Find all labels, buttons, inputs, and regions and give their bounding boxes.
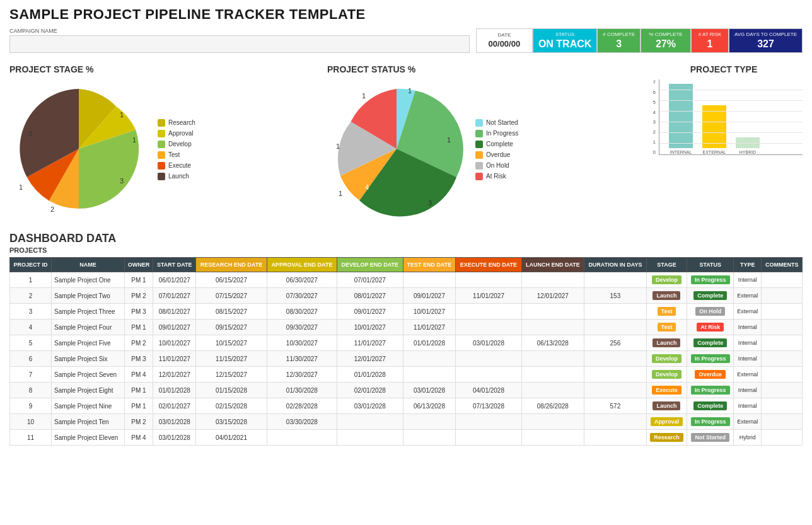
status-label-1b: 1: [339, 190, 342, 197]
td-stage: Execute: [646, 383, 687, 398]
legend-develop-dot: [158, 141, 165, 148]
table-row: 3 Sample Project Three PM 3 08/01/2027 0…: [10, 304, 803, 320]
td-stage: Approval: [646, 414, 687, 430]
legend-approval: Approval: [158, 130, 195, 137]
td-approval: 02/28/2028: [267, 398, 337, 414]
table-row: 1 Sample Project One PM 1 06/01/2027 06/…: [10, 272, 803, 288]
td-type: External: [734, 288, 762, 304]
td-start: 08/01/2027: [153, 304, 196, 320]
td-status: In Progress: [687, 272, 734, 288]
status-badge: In Progress: [691, 275, 730, 284]
stage-label-3b: 3: [28, 130, 32, 137]
status-badge: Complete: [693, 291, 727, 300]
project-stage-title: PROJECT STAGE %: [9, 64, 321, 74]
bar-internal-label: INTERNAL: [670, 150, 692, 154]
table-row: 7 Sample Project Seven PM 4 12/01/2027 1…: [10, 367, 803, 383]
td-status: At Risk: [687, 320, 734, 335]
th-name: NAME: [52, 258, 125, 272]
td-execute: [456, 367, 521, 383]
status-badge: On Hold: [695, 307, 725, 316]
td-develop: [337, 430, 403, 446]
project-stage-pie-wrapper: 1 1 3 2 1 3: [9, 79, 148, 219]
td-owner: PM 3: [124, 351, 153, 367]
td-type: External: [734, 304, 762, 320]
td-owner: PM 1: [124, 320, 153, 335]
td-approval: 06/30/2027: [267, 272, 337, 288]
campaign-label: CAMPAIGN NAME: [9, 28, 470, 34]
td-develop: 03/01/2028: [337, 398, 403, 414]
td-comments: [762, 367, 803, 383]
avg-days-label: AVG DAYS TO COMPLETE: [734, 32, 797, 37]
grid-2: [659, 132, 803, 133]
status-label: STATUS: [555, 32, 574, 37]
td-test: 09/01/2027: [403, 288, 456, 304]
legend-notstarted-dot: [475, 119, 483, 127]
td-test: [403, 351, 456, 367]
td-stage: Research: [646, 430, 687, 446]
td-test: [403, 367, 456, 383]
td-id: 9: [10, 398, 52, 414]
status-label-3: 3: [428, 199, 432, 207]
stage-badge: Launch: [652, 401, 680, 410]
td-launch: [521, 320, 584, 335]
at-risk-stat: # AT RISK 1: [691, 28, 729, 53]
td-start: 07/01/2027: [153, 288, 196, 304]
stage-badge: Launch: [652, 291, 680, 300]
td-research: 08/15/2027: [196, 304, 267, 320]
td-name: Sample Project Seven: [52, 367, 125, 383]
td-comments: [762, 335, 803, 351]
td-type: Hybrid: [734, 430, 762, 446]
td-name: Sample Project Ten: [52, 414, 125, 430]
stage-badge: Develop: [652, 370, 682, 379]
status-legend: Not Started In Progress Complete Overdue…: [475, 119, 518, 180]
legend-launch-label: Launch: [168, 173, 189, 180]
td-test: 01/01/2028: [403, 335, 456, 351]
td-duration: 572: [584, 398, 647, 414]
td-status: In Progress: [687, 383, 734, 398]
stage-badge: Test: [658, 323, 676, 332]
legend-notstarted-label: Not Started: [486, 119, 518, 126]
th-duration: DURATION in days: [584, 258, 647, 272]
campaign-input[interactable]: [9, 35, 470, 53]
legend-develop-label: Develop: [168, 141, 192, 147]
project-status-pie-container: 1 1 3 1 1 1 4 Not Started In Progress: [327, 79, 639, 219]
td-status: Overdue: [687, 367, 734, 383]
td-stage: Test: [646, 320, 687, 335]
td-status: Complete: [687, 288, 734, 304]
status-label-1a: 1: [408, 87, 412, 95]
stage-badge: Test: [658, 307, 676, 316]
dashboard-title: DASHBOARD DATA: [9, 232, 803, 245]
td-name: Sample Project Eight: [52, 383, 125, 398]
td-type: Internal: [734, 383, 762, 398]
legend-research-label: Research: [168, 119, 195, 126]
status-badge: In Progress: [691, 386, 730, 395]
td-name: Sample Project Eleven: [52, 430, 125, 446]
td-execute: 07/13/2028: [456, 398, 521, 414]
td-execute: [456, 304, 521, 320]
td-name: Sample Project Nine: [52, 398, 125, 414]
project-status-section: PROJECT STATUS %: [327, 64, 639, 219]
y-label-6: 6: [645, 89, 656, 95]
legend-atrisk: At Risk: [475, 173, 518, 180]
td-type: External: [734, 367, 762, 383]
td-launch: [521, 383, 584, 398]
status-label-4: 1: [447, 136, 451, 144]
td-execute: [456, 272, 521, 288]
td-owner: PM 2: [124, 414, 153, 430]
td-owner: PM 1: [124, 272, 153, 288]
status-badge: At Risk: [697, 323, 724, 332]
td-comments: [762, 304, 803, 320]
td-start: 12/01/2027: [153, 367, 196, 383]
td-comments: [762, 414, 803, 430]
legend-develop: Develop: [158, 141, 195, 148]
projects-table: PROJECT ID NAME OWNER START DATE RESEARC…: [9, 257, 803, 446]
status-label-1c: 1: [336, 142, 340, 150]
dashboard-section: DASHBOARD DATA PROJECTS PROJECT ID NAME …: [9, 232, 803, 446]
legend-test-label: Test: [168, 151, 180, 158]
td-comments: [762, 272, 803, 288]
td-develop: 07/01/2027: [337, 272, 403, 288]
table-row: 2 Sample Project Two PM 2 07/01/2027 07/…: [10, 288, 803, 304]
stage-badge: Research: [650, 433, 683, 442]
bar-hybrid-label: HYBRID: [740, 150, 756, 154]
td-start: 02/01/2027: [153, 398, 196, 414]
